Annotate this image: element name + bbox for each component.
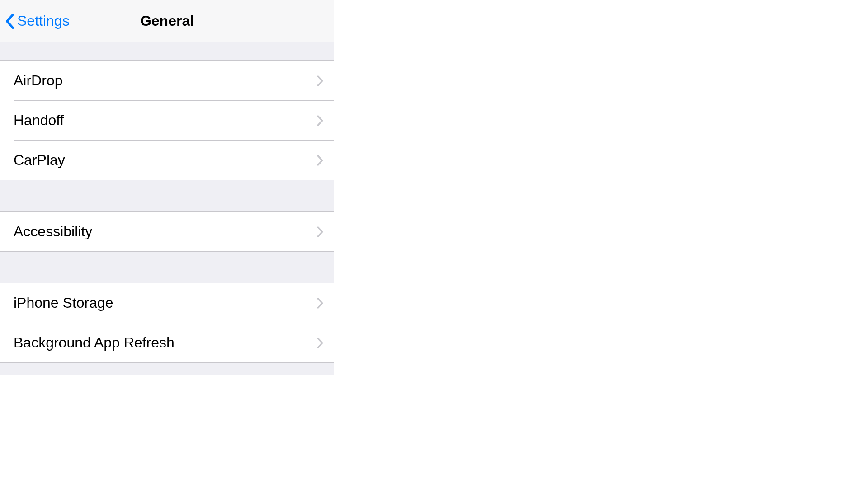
row-label: Handoff <box>14 112 317 129</box>
row-label: CarPlay <box>14 152 317 169</box>
row-label: iPhone Storage <box>14 295 317 311</box>
row-iphone-storage[interactable]: iPhone Storage <box>0 283 334 323</box>
back-button[interactable]: Settings <box>0 13 70 29</box>
chevron-right-icon <box>317 115 323 126</box>
settings-group: iPhone StorageBackground App Refresh <box>0 283 334 363</box>
group-spacer <box>0 363 334 375</box>
group-spacer <box>0 180 334 211</box>
settings-group: AirDropHandoffCarPlay <box>0 61 334 180</box>
row-airdrop[interactable]: AirDrop <box>0 61 334 100</box>
chevron-right-icon <box>317 298 323 309</box>
row-carplay[interactable]: CarPlay <box>0 141 334 180</box>
row-label: AirDrop <box>14 72 317 89</box>
chevron-right-icon <box>317 155 323 166</box>
group-spacer <box>0 42 334 61</box>
chevron-right-icon <box>317 226 323 237</box>
row-background-app-refresh[interactable]: Background App Refresh <box>0 323 334 362</box>
row-accessibility[interactable]: Accessibility <box>0 212 334 251</box>
settings-group: Accessibility <box>0 211 334 252</box>
row-label: Background App Refresh <box>14 334 317 351</box>
settings-general-panel: Settings General AirDropHandoffCarPlayAc… <box>0 0 334 370</box>
row-handoff[interactable]: Handoff <box>0 101 334 140</box>
chevron-left-icon <box>5 13 14 29</box>
group-spacer <box>0 252 334 283</box>
nav-bar: Settings General <box>0 0 334 42</box>
chevron-right-icon <box>317 75 323 86</box>
back-label: Settings <box>17 13 70 29</box>
chevron-right-icon <box>317 338 323 348</box>
row-label: Accessibility <box>14 223 317 240</box>
